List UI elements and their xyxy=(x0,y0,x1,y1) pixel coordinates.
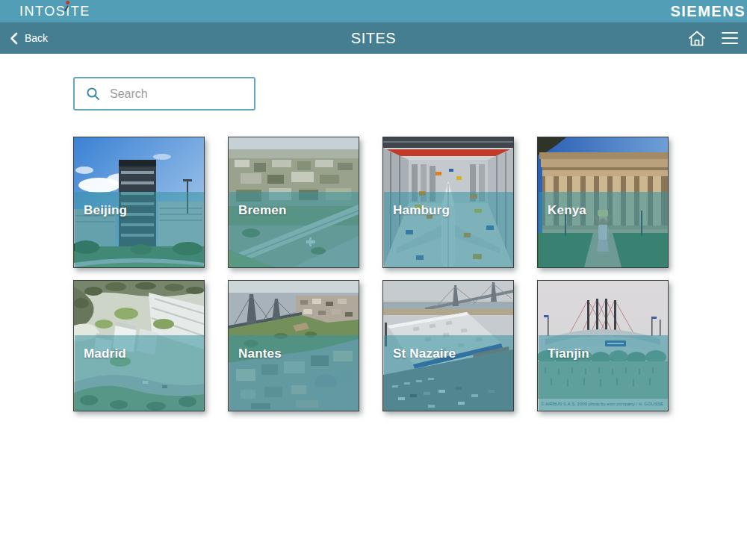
top-brand-bar: INTOSITE SIEMENS xyxy=(0,0,747,22)
back-label: Back xyxy=(25,32,48,44)
logo-pin-dot-icon xyxy=(66,1,70,4)
photo-copyright-caption: © AIRBUS S.A.S. 2009 photo by exm compan… xyxy=(541,402,663,406)
nav-bar: Back SITES xyxy=(0,22,747,54)
siemens-logo: SIEMENS xyxy=(670,3,746,20)
page-title: SITES xyxy=(0,30,747,47)
st-nazaire-photo: St Nazaire xyxy=(382,280,514,411)
home-icon[interactable] xyxy=(687,29,707,48)
kenya-photo: Kenya xyxy=(537,137,669,268)
site-card-bremen[interactable]: Bremen xyxy=(228,137,359,268)
search-input[interactable] xyxy=(110,87,237,101)
bremen-photo: Bremen xyxy=(228,137,359,268)
logo-text-right: TE xyxy=(71,4,90,19)
site-card-hamburg[interactable]: Hamburg xyxy=(382,137,514,268)
search-box xyxy=(73,77,255,111)
site-card-nantes[interactable]: Nantes xyxy=(228,280,359,411)
site-card-st-nazaire[interactable]: St Nazaire xyxy=(382,280,514,411)
beijing-photo: Beijing xyxy=(73,137,205,268)
sites-page: Beijing xyxy=(0,77,747,411)
logo-text-left: INTOS xyxy=(19,4,66,19)
search-icon xyxy=(86,87,100,101)
site-card-madrid[interactable]: Madrid xyxy=(73,280,205,411)
site-card-grid: Beijing xyxy=(73,137,747,411)
madrid-photo: Madrid xyxy=(73,280,205,411)
hamburger-menu-icon[interactable] xyxy=(722,32,738,44)
tianjin-photo: © AIRBUS S.A.S. 2009 photo by exm compan… xyxy=(537,280,669,411)
intosite-logo: INTOSITE xyxy=(19,4,90,19)
hamburg-photo: Hamburg xyxy=(382,137,514,268)
back-chevron-icon xyxy=(10,32,18,45)
site-card-beijing[interactable]: Beijing xyxy=(73,137,205,268)
site-card-kenya[interactable]: Kenya xyxy=(537,137,669,268)
nantes-photo: Nantes xyxy=(228,280,359,411)
back-button[interactable]: Back xyxy=(10,32,48,45)
site-card-tianjin[interactable]: © AIRBUS S.A.S. 2009 photo by exm compan… xyxy=(537,280,669,411)
